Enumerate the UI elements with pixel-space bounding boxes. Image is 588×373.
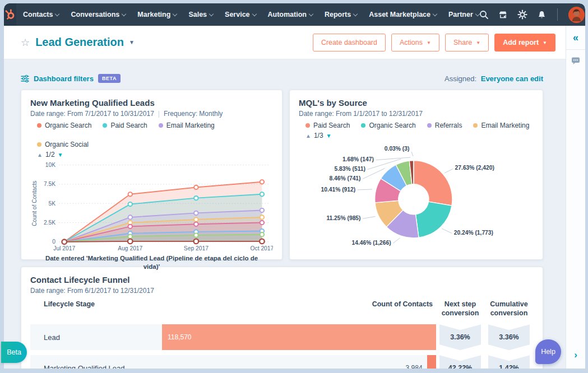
nav-item-label: Asset Marketplace bbox=[369, 11, 430, 18]
legend-page-down-icon[interactable]: ▼ bbox=[326, 133, 332, 139]
cumulative-conversion-cell: 1.42% bbox=[484, 355, 534, 369]
nav-divider bbox=[557, 8, 558, 21]
chevron-down-icon bbox=[55, 11, 59, 16]
donut-slice-label: 8.46% (741) bbox=[330, 175, 361, 181]
dashboard-filters-button[interactable]: Dashboard filters BETA bbox=[21, 74, 121, 83]
donut-slice-1[interactable] bbox=[415, 202, 452, 237]
svg-text:Jul 2017: Jul 2017 bbox=[53, 245, 75, 251]
donut-slice-label: 0.03% (3) bbox=[385, 146, 410, 152]
funnel-bar: 118,570 bbox=[162, 324, 436, 350]
nav-item-label: Service bbox=[225, 11, 249, 18]
caret-down-icon: ▼ bbox=[427, 40, 431, 45]
nav-item-service[interactable]: Service bbox=[225, 11, 256, 18]
search-icon[interactable] bbox=[479, 10, 489, 20]
report-title: MQL's by Source bbox=[299, 98, 534, 108]
actions-button[interactable]: Actions▼ bbox=[391, 34, 439, 52]
svg-text:Sep 2017: Sep 2017 bbox=[184, 245, 209, 251]
donut-slice-label: 20.24% (1,773) bbox=[454, 230, 493, 236]
trend-legend: Organic SearchPaid SearchEmail Marketing… bbox=[37, 122, 273, 148]
legend-page-up-icon[interactable]: ▲ bbox=[305, 133, 311, 139]
filters-row: Dashboard filters BETA Assigned: Everyon… bbox=[21, 74, 543, 83]
legend-item-organic-search[interactable]: Organic Search bbox=[361, 122, 415, 129]
conversion-chevron-badge: 3.36% bbox=[439, 324, 481, 350]
favorite-star-icon[interactable]: ☆ bbox=[21, 36, 30, 49]
notifications-icon[interactable] bbox=[537, 10, 547, 20]
chevron-down-icon bbox=[209, 11, 214, 16]
legend-item-organic-social[interactable]: Organic Social bbox=[37, 141, 89, 148]
legend-item-paid-search[interactable]: Paid Search bbox=[305, 122, 350, 129]
legend-label: Organic Search bbox=[369, 122, 415, 129]
legend-page-indicator: 1/3 bbox=[314, 132, 323, 139]
funnel-count-value: 118,570 bbox=[168, 324, 192, 350]
legend-page-up-icon[interactable]: ▲ bbox=[37, 152, 43, 158]
settings-icon[interactable] bbox=[517, 10, 527, 20]
legend-label: Referrals bbox=[435, 122, 462, 129]
hubspot-logo[interactable] bbox=[4, 3, 16, 26]
svg-text:7.5K: 7.5K bbox=[44, 181, 55, 187]
next-panel-chevron-icon[interactable]: › bbox=[574, 349, 577, 361]
x-axis-caption: Date entered 'Marketing Qualified Lead (… bbox=[30, 254, 273, 271]
nav-item-label: Reports bbox=[325, 11, 351, 18]
legend-label: Paid Search bbox=[110, 122, 147, 129]
nav-item-sales[interactable]: Sales bbox=[188, 11, 213, 18]
comments-icon[interactable] bbox=[571, 57, 580, 67]
funnel-bar-zone: 3,984 bbox=[162, 355, 436, 369]
marketplace-icon[interactable] bbox=[498, 10, 508, 19]
legend-dot-icon bbox=[361, 123, 365, 128]
conversion-chevron-badge: 42.22% bbox=[439, 355, 481, 369]
browser-frame: ContactsConversationsMarketingSalesServi… bbox=[0, 0, 588, 373]
legend-page-indicator: 1/2 bbox=[45, 151, 55, 158]
user-avatar[interactable] bbox=[568, 7, 585, 23]
share-button[interactable]: Share▼ bbox=[445, 34, 489, 52]
page-title[interactable]: Lead Generation bbox=[35, 36, 124, 49]
nav-item-conversations[interactable]: Conversations bbox=[71, 11, 126, 18]
report-subtitle: Date range: From 6/1/2017 to 12/31/2017 bbox=[30, 287, 534, 295]
report-subtitle: Date range: From 7/1/2017 to 10/31/2017|… bbox=[30, 110, 273, 118]
chevron-down-icon bbox=[433, 11, 437, 16]
collapse-panel-icon[interactable]: « bbox=[573, 32, 578, 43]
help-button[interactable]: Help bbox=[535, 339, 561, 364]
share-label: Share bbox=[453, 39, 472, 46]
create-dashboard-button[interactable]: Create dashboard bbox=[313, 34, 386, 52]
caret-down-icon: ▼ bbox=[543, 40, 547, 45]
funnel-bar bbox=[427, 355, 436, 369]
date-range-text: Date range: From 1/1/2017 to 12/31/2017 bbox=[299, 110, 423, 118]
legend-item-organic-search[interactable]: Organic Search bbox=[37, 122, 91, 129]
legend-page-down-icon[interactable]: ▼ bbox=[58, 152, 63, 158]
nav-item-automation[interactable]: Automation bbox=[268, 11, 313, 18]
area-line-chart[interactable]: 02.5K5K7.5K10KCount of ContactsJul 2017A… bbox=[30, 160, 273, 254]
nav-item-label: Contacts bbox=[23, 11, 53, 18]
add-report-button[interactable]: Add report▼ bbox=[494, 34, 555, 52]
assigned-permission-link[interactable]: Everyone can edit bbox=[481, 74, 543, 83]
donut-slice-label: 10.41% (912) bbox=[321, 186, 356, 193]
nav-item-label: Automation bbox=[268, 11, 307, 18]
nav-item-asset-marketplace[interactable]: Asset Marketplace bbox=[369, 11, 437, 18]
column-header-count: Count of Contacts bbox=[162, 300, 436, 324]
chevron-down-icon bbox=[173, 11, 177, 16]
svg-text:Count of Contacts: Count of Contacts bbox=[31, 181, 38, 226]
legend-item-email-marketing[interactable]: Email Marketing bbox=[473, 122, 529, 129]
legend-item-email-marketing[interactable]: Email Marketing bbox=[159, 122, 215, 129]
report-title: New Marketing Qualified Leads bbox=[30, 98, 273, 108]
chevron-down-icon bbox=[122, 11, 126, 16]
next-step-conversion-cell: 3.36% bbox=[436, 324, 484, 350]
nav-item-reports[interactable]: Reports bbox=[325, 11, 357, 18]
dashboard-switcher-caret-icon[interactable]: ▼ bbox=[129, 39, 135, 45]
hubspot-app: ContactsConversationsMarketingSalesServi… bbox=[4, 3, 585, 369]
donut-legend: Paid SearchOrganic SearchReferralsEmail … bbox=[305, 122, 534, 129]
next-step-conversion-cell: 42.22% bbox=[436, 355, 484, 369]
nav-item-partner[interactable]: Partner bbox=[448, 11, 479, 18]
donut-chart[interactable]: 27.63% (2,420)20.24% (1,773)14.46% (1,26… bbox=[299, 142, 534, 253]
legend-item-paid-search[interactable]: Paid Search bbox=[103, 122, 147, 129]
nav-item-marketing[interactable]: Marketing bbox=[137, 11, 177, 18]
dashboard-filters-label: Dashboard filters bbox=[34, 74, 94, 83]
nav-item-contacts[interactable]: Contacts bbox=[23, 11, 59, 18]
donut-slice-0[interactable] bbox=[414, 161, 452, 206]
svg-text:5K: 5K bbox=[48, 201, 55, 207]
funnel-row-marketing-qualified-lead: Marketing Qualified Lead3,984 bbox=[30, 355, 436, 369]
legend-dot-icon bbox=[37, 123, 41, 128]
nav-item-label: Partner bbox=[448, 11, 473, 18]
legend-label: Email Marketing bbox=[166, 122, 215, 129]
legend-item-referrals[interactable]: Referrals bbox=[427, 122, 462, 129]
legend-dot-icon bbox=[473, 123, 478, 128]
